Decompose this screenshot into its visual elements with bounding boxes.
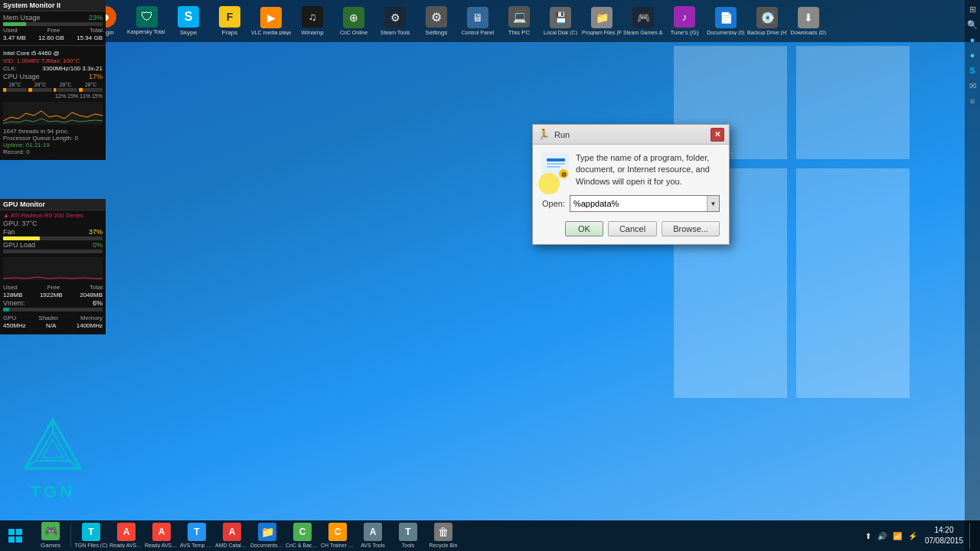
avs-temp-label: AVS Temp Files (C): [180, 543, 214, 548]
recycle-label: Recycle Bin: [430, 543, 458, 548]
avs-tools-icon: A: [364, 523, 382, 541]
app-backupdrive[interactable]: 💽 Backup Drive (H): [747, 0, 787, 42]
taskbar-avs-c[interactable]: A Ready AVS Files (C): [145, 520, 178, 551]
gpu-fan-bar: [3, 236, 103, 240]
avs-c-icon: A: [152, 523, 171, 541]
app-tunes[interactable]: ♪ Tune's (G): [665, 0, 704, 42]
ch-trainer-icon: C: [328, 523, 347, 541]
taskbar-right: ⬆ 🔊 📶 ⚡ 14:20 07/08/2015: [858, 520, 980, 551]
right-icon-search[interactable]: 🔍: [966, 18, 978, 31]
vmem-fill: [3, 308, 9, 311]
documentsy-icon: 📄: [715, 7, 737, 28]
gpu-load-pct: 0%: [93, 241, 103, 249]
app-steamtools[interactable]: ⚙ Steam Tools: [375, 0, 415, 42]
app-controlpanel[interactable]: 🖥 Control Panel: [458, 0, 498, 42]
svg-rect-12: [8, 529, 15, 535]
taskbar-tools[interactable]: T Tools: [391, 520, 425, 551]
vmem-label: Vmem:: [3, 299, 25, 307]
app-fraps[interactable]: F Fraps: [210, 0, 250, 42]
taskbar-ch-trainer[interactable]: C CH Trainer (Q): [321, 520, 354, 551]
show-desktop-button[interactable]: [969, 523, 974, 549]
taskbar-icons: 🎮 Games T TGN Files (C) A Ready AVS File…: [31, 520, 858, 551]
dialog-input-wrap[interactable]: ▼: [570, 195, 720, 212]
taskbar-games[interactable]: 🎮 Games: [34, 520, 67, 551]
vlc-label: VLC media player: [251, 30, 291, 36]
app-vlc[interactable]: ▶ VLC media player: [251, 0, 291, 42]
svg-rect-15: [16, 536, 22, 543]
app-downloads[interactable]: ⬇ Downloads (D): [789, 0, 828, 42]
taskbar-docs[interactable]: 📁 Documents Backup + ...: [250, 520, 284, 551]
right-icon-mail[interactable]: ✉: [966, 80, 978, 92]
taskbar-avs-s[interactable]: A Ready AVS Files (S): [109, 520, 143, 551]
right-icon-dot1[interactable]: ●: [966, 34, 978, 46]
svg-marker-2: [42, 439, 64, 458]
dialog-titlebar: 🏃 Run ✕: [533, 125, 729, 145]
app-settings[interactable]: ⚙ Settings: [416, 0, 456, 42]
app-cnconline[interactable]: ⊕ CnC Online: [334, 0, 374, 42]
gpu-brand-icon: ▲: [3, 212, 9, 219]
tgn-logo: TGN: [8, 413, 98, 505]
cancel-button[interactable]: Cancel: [608, 221, 657, 236]
cpu-usage-pct: 17%: [89, 73, 103, 80]
svg-rect-13: [16, 529, 22, 535]
app-programfiles[interactable]: 📁 Program Files (F): [582, 0, 622, 42]
app-localdisk[interactable]: 💾 Local Disk (C): [541, 0, 580, 42]
run-dialog: 🏃 Run ✕ ⚙ Type the name of a program, fo…: [532, 124, 730, 245]
controlpanel-icon: 🖥: [467, 7, 488, 28]
amd-label: AMD Catalyst Control Ce...: [215, 543, 249, 548]
tray-icon-1[interactable]: ⬆: [864, 530, 873, 542]
app-kaspersky[interactable]: 🛡 Kaspersky Total Security: [127, 0, 167, 42]
tray-icon-2[interactable]: 🔊: [876, 530, 888, 542]
run-input[interactable]: [570, 196, 707, 211]
controlpanel-label: Control Panel: [462, 30, 494, 35]
games-label: Games: [41, 542, 60, 549]
run-title-icon: 🏃: [537, 129, 550, 140]
tgn-files-icon: T: [82, 523, 100, 541]
localdisk-icon: 💾: [550, 7, 571, 28]
taskbar-clock[interactable]: 14:20 07/08/2015: [925, 525, 963, 546]
cpu-graph-svg: [3, 102, 103, 125]
right-icon-skype[interactable]: S: [966, 64, 978, 77]
svg-rect-7: [547, 158, 565, 161]
gpu-graph-svg: [3, 257, 103, 280]
gpu-mem-free-label: Free: [47, 284, 60, 291]
start-button[interactable]: [0, 520, 31, 551]
taskbar-avs-temp[interactable]: T AVS Temp Files (C): [180, 520, 214, 551]
programfiles-label: Program Files (F): [582, 30, 622, 36]
right-icon-menu[interactable]: ≡: [966, 95, 978, 107]
app-winamp[interactable]: ♫ Winamp: [292, 0, 332, 42]
vlc-icon: ▶: [260, 7, 282, 28]
run-icon-svg: ⚙: [542, 152, 570, 180]
svg-marker-1: [36, 432, 70, 461]
taskbar-cnc[interactable]: C CnC & Backups - ...: [286, 520, 319, 551]
app-skype[interactable]: S Skype: [168, 0, 208, 42]
tray-icon-4[interactable]: ⚡: [906, 530, 919, 542]
gpu-clk-val: 450MHz: [3, 322, 26, 329]
clk-val: 3300MHz/100 3.3x-21: [42, 65, 103, 72]
tray-icon-3[interactable]: 📶: [891, 530, 903, 542]
svg-rect-9: [547, 166, 560, 168]
app-thispc[interactable]: 💻 This PC: [499, 0, 539, 42]
right-icon-windows[interactable]: ⊞: [966, 3, 978, 15]
browse-button[interactable]: Browse...: [662, 221, 720, 236]
dialog-close-button[interactable]: ✕: [710, 128, 724, 142]
gpu-load-bar: [3, 249, 103, 253]
winamp-icon: ♫: [302, 6, 323, 28]
winamp-label: Winamp: [301, 29, 323, 36]
avs-tools-label: AVS Tools: [361, 543, 385, 548]
taskbar-recycle[interactable]: 🗑 Recycle Bin: [426, 520, 460, 551]
app-documentsy[interactable]: 📄 Documentsy (0): [706, 0, 746, 42]
ok-button[interactable]: OK: [565, 221, 603, 236]
avs-s-icon: A: [117, 523, 136, 541]
taskbar-amd[interactable]: A AMD Catalyst Control Ce...: [215, 520, 249, 551]
taskbar-avs-tools[interactable]: A AVS Tools: [356, 520, 390, 551]
taskbar-tgn-files[interactable]: T TGN Files (C): [74, 520, 108, 551]
cnconline-label: CnC Online: [340, 30, 368, 35]
docs-label: Documents Backup + ...: [250, 543, 284, 548]
right-icon-dot2[interactable]: ●: [966, 49, 978, 61]
gpu-mem-total-label: Total: [90, 284, 103, 291]
app-steamgames[interactable]: 🎮 Steam Games & Fraps (S): [623, 0, 663, 42]
core-3: 28°C: [54, 82, 77, 93]
dropdown-button[interactable]: ▼: [707, 196, 719, 211]
vmem-bar: [3, 308, 103, 311]
